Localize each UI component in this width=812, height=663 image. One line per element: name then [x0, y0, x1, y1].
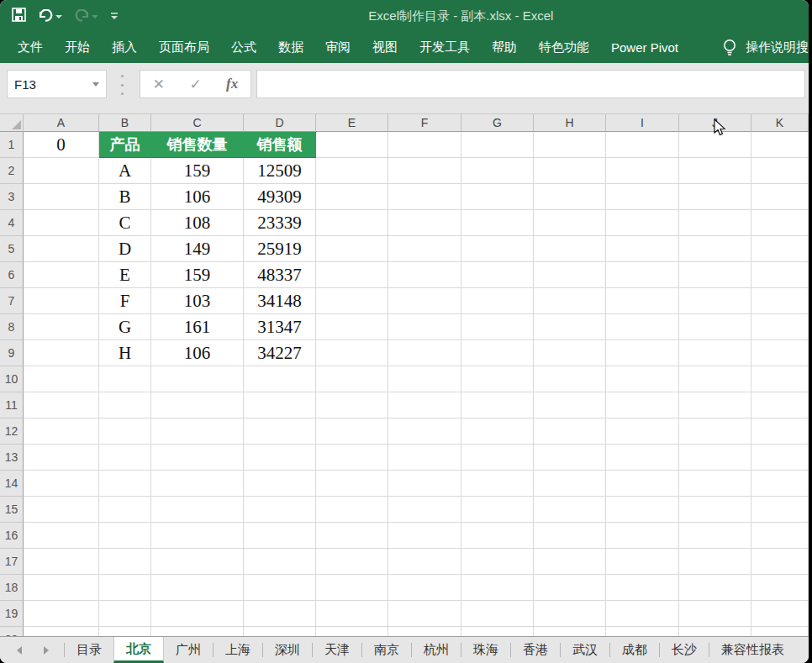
cell-H16[interactable]: [534, 523, 606, 549]
undo-dropdown-caret[interactable]: [55, 15, 62, 18]
cell-D7[interactable]: 34148: [244, 288, 316, 314]
cell-F9[interactable]: [388, 340, 461, 366]
cell-I7[interactable]: [606, 288, 679, 314]
row-header-16[interactable]: 16: [0, 523, 24, 549]
cell-H19[interactable]: [534, 601, 606, 627]
column-header-D[interactable]: D: [244, 114, 316, 132]
cell-A11[interactable]: [24, 392, 99, 418]
cell-C10[interactable]: [151, 366, 244, 392]
cell-A7[interactable]: [24, 288, 99, 314]
cell-I16[interactable]: [606, 523, 679, 549]
cell-F14[interactable]: [388, 471, 461, 497]
cell-K7[interactable]: [751, 288, 809, 314]
row-header-12[interactable]: 12: [0, 418, 24, 445]
cell-K15[interactable]: [751, 497, 809, 523]
cell-E9[interactable]: [316, 340, 388, 366]
sheet-tab-珠海[interactable]: 珠海: [461, 637, 510, 663]
cell-F17[interactable]: [388, 549, 461, 575]
sheet-tab-上海[interactable]: 上海: [214, 637, 262, 663]
sheet-tab-兼容性报表[interactable]: 兼容性报表: [709, 637, 796, 663]
cell-D1[interactable]: 销售额: [244, 132, 316, 158]
cell-G16[interactable]: [461, 523, 534, 549]
cell-E18[interactable]: [316, 575, 388, 601]
cell-I11[interactable]: [606, 392, 679, 418]
row-header-6[interactable]: 6: [0, 262, 24, 288]
ribbon-tab-数据[interactable]: 数据: [267, 32, 314, 63]
cell-D9[interactable]: 34227: [244, 340, 316, 366]
column-header-G[interactable]: G: [461, 114, 534, 132]
cell-A3[interactable]: [24, 184, 99, 210]
cell-B6[interactable]: E: [99, 262, 151, 288]
row-header-17[interactable]: 17: [0, 549, 24, 575]
cell-K9[interactable]: [751, 340, 809, 366]
row-header-15[interactable]: 15: [0, 497, 24, 523]
cell-D11[interactable]: [244, 392, 316, 418]
cell-A17[interactable]: [24, 549, 99, 575]
row-header-11[interactable]: 11: [0, 392, 24, 418]
cell-D19[interactable]: [244, 601, 316, 627]
cell-G19[interactable]: [461, 601, 534, 627]
cell-J18[interactable]: [679, 575, 751, 601]
cell-B9[interactable]: H: [99, 340, 151, 366]
cell-A2[interactable]: [24, 158, 99, 184]
sheet-tab-成都[interactable]: 成都: [610, 637, 659, 663]
cell-D16[interactable]: [244, 523, 316, 549]
row-header-4[interactable]: 4: [0, 210, 24, 236]
cell-D3[interactable]: 49309: [244, 184, 316, 210]
cell-G1[interactable]: [461, 132, 534, 158]
cell-J19[interactable]: [679, 601, 751, 627]
name-box-dropdown-icon[interactable]: [92, 82, 99, 87]
row-header-8[interactable]: 8: [0, 314, 24, 340]
cell-A20[interactable]: [24, 627, 99, 636]
sheet-tab-目录[interactable]: 目录: [65, 637, 113, 663]
ribbon-tab-视图[interactable]: 视图: [361, 32, 409, 63]
cell-J20[interactable]: [679, 627, 751, 636]
cell-D18[interactable]: [244, 575, 316, 601]
cell-D4[interactable]: 23339: [244, 210, 316, 236]
cell-G10[interactable]: [461, 366, 534, 392]
cell-J14[interactable]: [679, 471, 751, 497]
sheet-tab-北京[interactable]: 北京: [113, 637, 164, 663]
cell-E2[interactable]: [316, 158, 388, 184]
cell-C11[interactable]: [151, 392, 244, 418]
cell-E5[interactable]: [316, 236, 388, 262]
tell-me-search[interactable]: 操作说明搜: [722, 38, 809, 58]
cell-G17[interactable]: [461, 549, 534, 575]
cell-G2[interactable]: [461, 158, 534, 184]
cell-I9[interactable]: [606, 340, 679, 366]
sheet-tab-南京[interactable]: 南京: [362, 637, 411, 663]
cell-E20[interactable]: [316, 627, 388, 636]
cell-K11[interactable]: [751, 392, 809, 418]
cell-A12[interactable]: [24, 418, 99, 445]
cell-E6[interactable]: [316, 262, 388, 288]
ribbon-tab-插入[interactable]: 插入: [101, 32, 148, 63]
ribbon-tab-页面布局[interactable]: 页面布局: [148, 32, 220, 63]
cell-I13[interactable]: [606, 445, 679, 471]
insert-function-icon[interactable]: fx: [226, 76, 238, 92]
cell-A5[interactable]: [24, 236, 99, 262]
cell-C8[interactable]: 161: [151, 314, 244, 340]
cell-H9[interactable]: [534, 340, 606, 366]
row-header-3[interactable]: 3: [0, 184, 24, 210]
cell-C1[interactable]: 销售数量: [151, 132, 244, 158]
cell-G14[interactable]: [461, 471, 534, 497]
column-header-F[interactable]: F: [388, 114, 461, 132]
cell-F11[interactable]: [388, 392, 461, 418]
cell-J7[interactable]: [679, 288, 751, 314]
cell-J9[interactable]: [679, 340, 751, 366]
cell-G20[interactable]: [461, 627, 534, 636]
cancel-icon[interactable]: ✕: [153, 76, 165, 93]
cell-J12[interactable]: [679, 418, 751, 445]
cell-I17[interactable]: [606, 549, 679, 575]
cell-A1[interactable]: 0: [24, 132, 99, 158]
cell-E1[interactable]: [316, 132, 388, 158]
cell-B5[interactable]: D: [99, 236, 151, 262]
cell-B17[interactable]: [99, 549, 151, 575]
cell-A8[interactable]: [24, 314, 99, 340]
cell-E11[interactable]: [316, 392, 388, 418]
cell-J6[interactable]: [679, 262, 751, 288]
cell-E12[interactable]: [316, 418, 388, 445]
cell-H15[interactable]: [534, 497, 606, 523]
ribbon-tab-公式[interactable]: 公式: [220, 32, 267, 63]
cell-A13[interactable]: [24, 445, 99, 471]
